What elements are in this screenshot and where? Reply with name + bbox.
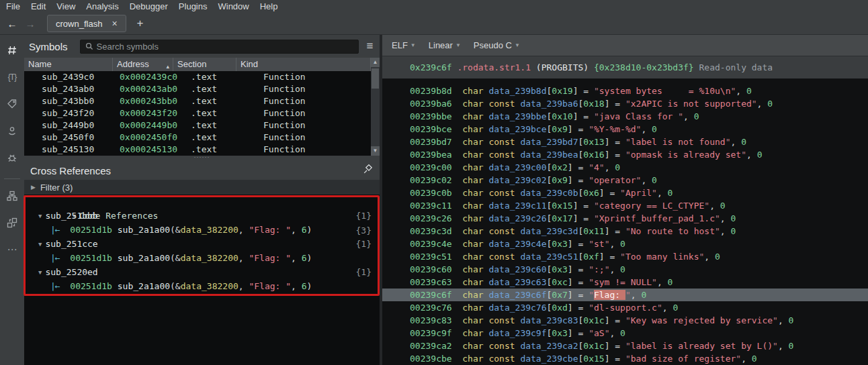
- linear-view-line[interactable]: 00239c9f char data_239c9f[0x3] = "aS", 0: [382, 327, 868, 340]
- symbols-panel-title: Symbols: [29, 41, 68, 52]
- symbols-table-header: Name Address▴ Section Kind: [24, 58, 380, 71]
- binary-ninja-window: FileEditViewAnalysisDebuggerPluginsWindo…: [0, 0, 868, 365]
- linear-view-line[interactable]: 00239c00 char data_239c00[0x2] = "4", 0: [382, 161, 868, 174]
- bug-icon[interactable]: [5, 150, 19, 165]
- linear-view-line[interactable]: 00239c26 char data_239c26[0x17] = "Xprin…: [382, 212, 868, 225]
- menu-item-view[interactable]: View: [51, 0, 81, 13]
- menu-item-analysis[interactable]: Analysis: [81, 0, 124, 13]
- menu-item-file[interactable]: File: [1, 0, 26, 13]
- column-header-kind[interactable]: Kind: [236, 58, 371, 71]
- tag-icon[interactable]: [5, 97, 19, 111]
- table-row[interactable]: sub_243f200x000243f20.textFunction: [24, 107, 371, 119]
- section-header: 0x239c6f .rodata.str1.1 (PROGBITS) {0x23…: [382, 56, 868, 79]
- cross-references-icon[interactable]: [5, 215, 19, 230]
- linear-view-content: 00239b8d char data_239b8d[0x19] = "syste…: [382, 79, 868, 365]
- xref-tree: ▼Code References {3} ▼sub_251bbb{1}|← 00…: [24, 195, 380, 365]
- linear-view-line[interactable]: 00239c11 char data_239c11[0x15] = "categ…: [382, 199, 868, 212]
- xref-count-badge: {1}: [356, 265, 372, 279]
- search-input[interactable]: [97, 42, 339, 52]
- xref-function-row[interactable]: ▼sub_2520ed{1}: [24, 265, 380, 279]
- scroll-up-icon[interactable]: ▲: [371, 58, 380, 67]
- linear-view-line[interactable]: 00239bbe char data_239bbe[0x10] = "java …: [382, 110, 868, 123]
- panel-menu-icon[interactable]: ≡: [367, 40, 374, 53]
- menu-item-plugins[interactable]: Plugins: [173, 0, 213, 13]
- back-arrow-icon[interactable]: ←: [5, 18, 19, 30]
- symbols-hash-icon[interactable]: [5, 43, 19, 58]
- incoming-reference-icon: |←: [50, 253, 60, 263]
- table-row[interactable]: sub_243ab00x000243ab0.textFunction: [24, 83, 371, 95]
- incoming-reference-icon: |←: [50, 281, 60, 291]
- panel-splitter[interactable]: ······: [24, 156, 380, 161]
- location-pin-icon[interactable]: [5, 123, 19, 138]
- chevron-down-icon: ▼: [410, 42, 416, 48]
- view-toolbar: ELF▼Linear▼Pseudo C▼: [382, 35, 868, 56]
- xref-function-row[interactable]: ▼sub_251bbb{1}: [24, 209, 380, 223]
- more-icon[interactable]: ⋯: [5, 242, 19, 257]
- menu-item-edit[interactable]: Edit: [26, 0, 51, 13]
- linear-view-line[interactable]: 00239c4e char data_239c4e[0x3] = "st", 0: [382, 238, 868, 250]
- linear-view-line[interactable]: 00239c76 char data_239c76[0xd] = "dl-sup…: [382, 301, 868, 314]
- linear-view-line[interactable]: 00239c51 char const data_239c51[0xf] = "…: [382, 250, 868, 263]
- linear-view-line[interactable]: 00239ca2 char const data_239ca2[0x1c] = …: [382, 340, 868, 352]
- linear-view-line[interactable]: 00239c83 char const data_239c83[0x1c] = …: [382, 314, 868, 327]
- chevron-down-icon: ▼: [455, 42, 461, 48]
- types-icon[interactable]: {T}: [5, 70, 19, 85]
- linear-view-line[interactable]: 00239bea char const data_239bea[0x16] = …: [382, 148, 868, 161]
- menu-item-debugger[interactable]: Debugger: [124, 0, 173, 13]
- view-dropdown-elf[interactable]: ELF▼: [388, 40, 419, 50]
- chevron-right-icon: ▶: [31, 184, 36, 191]
- menu-bar: FileEditViewAnalysisDebuggerPluginsWindo…: [0, 0, 868, 13]
- view-dropdown-linear[interactable]: Linear▼: [425, 40, 464, 50]
- chevron-down-icon: ▼: [38, 241, 42, 248]
- table-row[interactable]: sub_243bb00x000243bb0.textFunction: [24, 95, 371, 107]
- linear-view-line[interactable]: 00239c63 char data_239c63[0xc] = "sym !=…: [382, 276, 868, 289]
- tab-title: crown_flash: [56, 19, 102, 29]
- scrollbar-thumb[interactable]: [372, 68, 379, 89]
- chevron-down-icon: ▼: [515, 42, 520, 48]
- new-tab-button[interactable]: +: [137, 17, 144, 30]
- xref-reference-row[interactable]: |← 00251d1b sub_2a1a00(&data_382200, "Fl…: [24, 223, 380, 237]
- column-header-name[interactable]: Name: [24, 58, 113, 71]
- sidebar-divider: [4, 178, 20, 179]
- xref-reference-row[interactable]: |← 00251d1b sub_2a1a00(&data_382200, "Fl…: [24, 251, 380, 265]
- cross-references-title: Cross References: [30, 165, 363, 176]
- linear-view-line[interactable]: 00239c3d char const data_239c3d[0x11] = …: [382, 225, 868, 238]
- linear-view-line[interactable]: 00239ba6 char const data_239ba6[0x18] = …: [382, 97, 868, 110]
- xref-root-row[interactable]: ▼Code References {3}: [24, 195, 380, 209]
- chevron-down-icon: ▼: [38, 213, 42, 219]
- tab-crown-flash[interactable]: crown_flash ×: [47, 15, 126, 32]
- menu-item-help[interactable]: Help: [255, 0, 284, 13]
- linear-view-line[interactable]: 00239cbe char const data_239cbe[0x15] = …: [382, 352, 868, 365]
- pin-icon[interactable]: [363, 164, 373, 177]
- linear-view-line[interactable]: 00239bce char data_239bce[0x9] = "%Y-%m-…: [382, 123, 868, 136]
- xref-filter-row[interactable]: ▶ Filter (3): [24, 180, 380, 195]
- table-row[interactable]: sub_2449b00x0002449b0.textFunction: [24, 119, 371, 132]
- linear-view-line[interactable]: 00239c0b char const data_239c0b[0x6] = "…: [382, 187, 868, 199]
- table-row[interactable]: sub_2439c00x0002439c0.textFunction: [24, 71, 371, 83]
- symbol-search-box[interactable]: [80, 40, 359, 54]
- forward-arrow-icon[interactable]: →: [23, 18, 38, 30]
- symbols-scrollbar[interactable]: ▲ ▼: [371, 58, 380, 156]
- table-row[interactable]: sub_2450f00x0002450f0.textFunction: [24, 132, 371, 144]
- column-header-section[interactable]: Section: [173, 58, 236, 71]
- linear-view-panel: ELF▼Linear▼Pseudo C▼ 0x239c6f .rodata.st…: [382, 35, 868, 365]
- xref-function-row[interactable]: ▼sub_251cce{1}: [24, 237, 380, 251]
- symbols-table-body: sub_2439c00x0002439c0.textFunctionsub_24…: [24, 71, 371, 156]
- linear-view-line[interactable]: 00239c6f char data_239c6f[0x7] = "Flag: …: [382, 289, 868, 301]
- menu-item-window[interactable]: Window: [212, 0, 254, 13]
- column-header-address[interactable]: Address▴: [113, 58, 173, 71]
- linear-view-line[interactable]: 00239c02 char data_239c02[0x9] = "operat…: [382, 174, 868, 187]
- close-icon[interactable]: ×: [112, 18, 117, 29]
- tab-bar: ← → crown_flash × +: [0, 13, 868, 35]
- view-dropdown-pseudo-c[interactable]: Pseudo C▼: [470, 40, 523, 50]
- graph-hierarchy-icon[interactable]: [5, 189, 19, 203]
- linear-view-line[interactable]: 00239b8d char data_239b8d[0x19] = "syste…: [382, 85, 868, 97]
- linear-view-line[interactable]: 00239c60 char data_239c60[0x3] = ":;", 0: [382, 263, 868, 276]
- scroll-down-icon[interactable]: ▼: [371, 146, 380, 156]
- flag-string-highlight: Flag:: [594, 290, 625, 300]
- linear-view-line[interactable]: 00239bd7 char const data_239bd7[0x13] = …: [382, 136, 868, 148]
- symbols-panel: Symbols ≡ Name Address▴ Section Kind sub…: [24, 35, 380, 365]
- filter-label: Filter (3): [40, 182, 73, 193]
- xref-reference-row[interactable]: |← 00251d1b sub_2a1a00(&data_382200, "Fl…: [24, 279, 380, 293]
- xref-count-badge: {1}: [356, 209, 372, 223]
